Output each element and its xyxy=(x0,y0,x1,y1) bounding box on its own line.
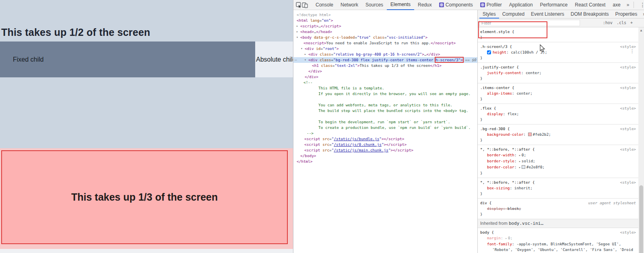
device-toolbar-icon[interactable] xyxy=(302,1,308,9)
devtools-tab-elements[interactable]: Elements xyxy=(387,0,414,10)
color-swatch[interactable] xyxy=(522,165,525,169)
tree-node[interactable]: </div> xyxy=(293,68,477,74)
expand-arrow-closed-icon[interactable]: ▸ xyxy=(296,23,300,29)
styles-tab-styles[interactable]: Styles xyxy=(479,10,499,19)
devtools-tab-performance[interactable]: Performance xyxy=(537,0,572,10)
tree-node[interactable]: ▸<script>…</script> xyxy=(293,23,477,29)
devtools-tab-profiler[interactable]: Profiler xyxy=(477,0,506,10)
css-rule[interactable]: <style>*, *::before, *::after {border-wi… xyxy=(478,145,638,178)
devtools-tab-console[interactable]: Console xyxy=(312,0,337,10)
expand-value-arrow-icon[interactable]: ▸ xyxy=(519,153,521,157)
color-swatch[interactable] xyxy=(528,133,532,136)
css-rule[interactable]: <style>.flex {display: flex;} xyxy=(478,104,638,124)
tree-node[interactable]: To create a production bundle, use `npm … xyxy=(293,125,477,131)
css-property[interactable]: display: block; xyxy=(480,206,637,212)
tree-node[interactable] xyxy=(293,97,477,102)
css-property[interactable]: justify-content: center; xyxy=(480,70,637,76)
css-property[interactable]: box-sizing: inherit; xyxy=(480,185,637,191)
tree-node[interactable]: <!-- xyxy=(293,80,477,85)
css-property[interactable]: display: flex; xyxy=(480,111,637,117)
devtools-tab-react-context[interactable]: React Context xyxy=(571,0,609,10)
styles-toggle-hov[interactable]: :hov xyxy=(603,21,613,25)
devtools-tab-axe[interactable]: axe xyxy=(609,0,624,10)
css-property[interactable]: align-items: center; xyxy=(480,91,637,96)
devtools-tab-network[interactable]: Network xyxy=(337,0,362,10)
expand-value-arrow-icon[interactable]: ▸ xyxy=(519,166,521,169)
tree-node[interactable]: </html> xyxy=(293,159,477,164)
style-tag-source-link[interactable]: <style> xyxy=(620,85,636,91)
style-tag-source-link[interactable]: <style> xyxy=(620,180,636,185)
css-rule[interactable]: element.style {} xyxy=(478,27,638,42)
property-enabled-checkbox[interactable] xyxy=(487,50,491,54)
expand-arrow-open-icon[interactable]: ▾ xyxy=(296,35,300,40)
styles-tab-properties[interactable]: Properties xyxy=(612,10,640,19)
devtools-tab-application[interactable]: Application xyxy=(506,0,537,10)
expand-arrow-open-icon[interactable]: ▾ xyxy=(304,57,308,63)
devtools-menu-icon[interactable]: ⋮ xyxy=(636,2,644,8)
tree-node[interactable]: <!doctype html> xyxy=(293,12,477,18)
css-rule[interactable]: user agent stylesheetdiv {display: block… xyxy=(478,199,638,219)
css-property[interactable]: height: calc(100vh / 3); xyxy=(480,50,637,55)
inspect-element-icon[interactable] xyxy=(296,1,302,9)
tree-node-selected[interactable]: ⋯▾<div class="bg-red-300 flex justify-ce… xyxy=(293,57,477,63)
tree-node[interactable]: ▾<body data-gr-c-s-loaded="true" class="… xyxy=(293,35,477,40)
styles-filter-input[interactable] xyxy=(479,20,580,26)
devtools-tab-components[interactable]: Components xyxy=(436,0,477,10)
styles-toggle-[interactable]: + xyxy=(630,21,633,25)
tree-node[interactable]: <h1 class="text-2xl">This takes up 1/3 o… xyxy=(293,63,477,68)
tree-node[interactable]: To begin the development, run `npm start… xyxy=(293,119,477,125)
tree-node[interactable]: The build step will place the bundled sc… xyxy=(293,108,477,114)
css-rule[interactable]: <style>.bg-red-300 {background-color: #f… xyxy=(478,124,638,145)
css-property[interactable]: border-style: ▸solid; xyxy=(480,158,637,164)
inherited-node-link[interactable]: body.vsc-ini… xyxy=(509,221,543,226)
more-tabs-chevron-icon[interactable]: » xyxy=(624,2,632,8)
tree-node[interactable]: You can add webfonts, meta tags, or anal… xyxy=(293,102,477,108)
tree-node[interactable]: ▸<head>…</head> xyxy=(293,29,477,35)
css-property[interactable]: font-family: -apple-system, BlinkMacSyst… xyxy=(480,241,637,253)
tree-node[interactable]: <script src="/static/js/bundle.js"></scr… xyxy=(293,136,477,142)
rule-menu-dots-icon[interactable]: ⋮ xyxy=(630,50,634,53)
css-property[interactable]: margin: ▸0; xyxy=(480,235,637,241)
tree-node[interactable] xyxy=(293,114,477,119)
css-rule[interactable]: <style>body {margin: ▸0;font-family: -ap… xyxy=(478,228,638,253)
expand-value-arrow-icon[interactable]: ▸ xyxy=(519,160,521,163)
css-property[interactable]: border-color: ▸#e2e8f0; xyxy=(480,164,637,170)
expand-value-arrow-icon[interactable]: ▸ xyxy=(505,236,507,240)
devtools-tab-redux[interactable]: Redux xyxy=(414,0,436,10)
styles-tab-computed[interactable]: Computed xyxy=(499,10,528,19)
css-rule[interactable]: <style>*, *::before, *::after {box-sizin… xyxy=(478,178,638,199)
scrollbar-up-arrow-icon[interactable]: ▲ xyxy=(638,27,644,32)
more-tabs-chevron-icon[interactable]: » xyxy=(640,11,644,17)
expand-arrow-open-icon[interactable]: ▾ xyxy=(301,46,305,52)
tree-node[interactable]: </body> xyxy=(293,153,477,159)
node-menu-dots-icon[interactable]: ⋯ xyxy=(295,57,297,63)
scrollbar-thumb[interactable] xyxy=(639,185,643,253)
css-rule[interactable]: <style>.items-center {align-items: cente… xyxy=(478,83,638,104)
tree-node[interactable]: <html lang="en"> xyxy=(293,18,477,23)
style-tag-source-link[interactable]: <style> xyxy=(620,147,636,152)
styles-toggle-cls[interactable]: .cls xyxy=(617,21,626,25)
css-rule[interactable]: <style>.h-screen\/3 {height: calc(100vh … xyxy=(478,42,638,63)
tree-node[interactable]: ▸<div class="relative bg-gray-400 pt-16 … xyxy=(293,52,477,57)
style-tag-source-link[interactable]: <style> xyxy=(620,64,636,70)
expand-arrow-closed-icon[interactable]: ▸ xyxy=(304,52,308,57)
tree-node[interactable]: --> xyxy=(293,131,477,136)
styles-scrollbar[interactable]: ▲ xyxy=(638,27,644,253)
css-property[interactable]: border-width: ▸0; xyxy=(480,152,637,158)
style-tag-source-link[interactable]: <style> xyxy=(620,126,636,132)
styles-tab-event-listeners[interactable]: Event Listeners xyxy=(528,10,568,19)
style-tag-source-link[interactable]: <style> xyxy=(620,106,636,111)
tree-node[interactable]: <script src="/static/js/main.chunk.js"><… xyxy=(293,147,477,153)
tree-node[interactable]: </div> xyxy=(293,74,477,80)
expand-arrow-closed-icon[interactable]: ▸ xyxy=(296,29,300,35)
tree-node[interactable]: <script src="/static/js/0.chunk.js"></sc… xyxy=(293,142,477,147)
styles-tab-dom-breakpoints[interactable]: DOM Breakpoints xyxy=(568,10,612,19)
tree-node[interactable]: This HTML file is a template. xyxy=(293,85,477,91)
css-property[interactable]: background-color: #feb2b2; xyxy=(480,132,637,137)
devtools-tab-sources[interactable]: Sources xyxy=(362,0,387,10)
css-rule[interactable]: <style>.justify-center {justify-content:… xyxy=(478,63,638,83)
style-tag-source-link[interactable]: <style> xyxy=(620,230,636,235)
tree-node[interactable]: If you open it directly in the browser, … xyxy=(293,91,477,97)
tree-node[interactable]: <noscript>You need to enable JavaScript … xyxy=(293,40,477,46)
tree-node[interactable]: ▾<div id="root"> xyxy=(293,46,477,52)
